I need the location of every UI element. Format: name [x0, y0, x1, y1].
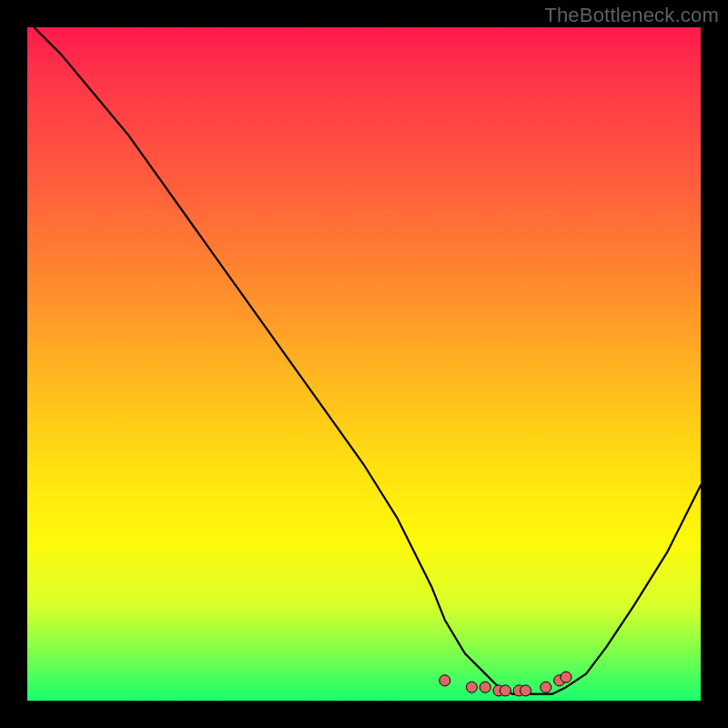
bottleneck-curve [34, 27, 701, 694]
highlight-marker [500, 685, 511, 696]
highlight-marker [480, 682, 490, 693]
plot-area [27, 27, 701, 701]
highlight-marker-group [440, 672, 571, 696]
highlight-marker [541, 682, 551, 693]
highlight-marker [561, 672, 571, 682]
attribution-label: TheBottleneck.com [544, 4, 719, 27]
highlight-marker [521, 685, 531, 696]
highlight-marker [440, 675, 450, 686]
chart-frame: TheBottleneck.com [0, 0, 728, 728]
highlight-marker [466, 682, 477, 693]
curve-layer [27, 27, 701, 701]
